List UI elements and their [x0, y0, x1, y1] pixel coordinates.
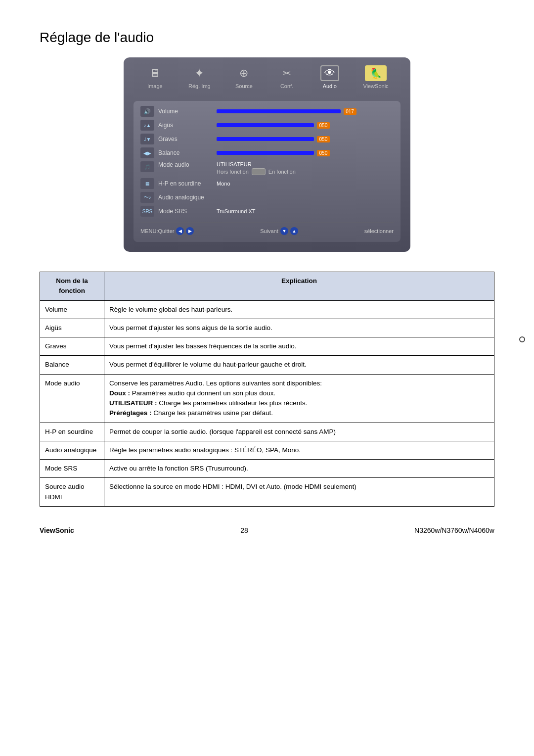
- toggle-row: Hors fonction En fonction: [217, 168, 296, 175]
- viewsonic-bird-icon: 🦜: [365, 65, 387, 81]
- audio-analogique-label: Audio analogique: [158, 194, 213, 201]
- balance-value: 050: [317, 150, 330, 156]
- down-arrow-icon: ▼: [280, 227, 288, 235]
- osd-tab-image-label: Image: [147, 83, 163, 89]
- image-icon: 🖥: [145, 65, 164, 81]
- osd-tab-viewsonic-label: ViewSonic: [363, 83, 388, 89]
- hp-sourdine-icon: ▦: [140, 178, 154, 189]
- table-row-mode-audio: Mode audio Conserve les paramètres Audio…: [40, 374, 494, 423]
- utilisateur-text: UTILISATEUR: [217, 161, 252, 167]
- osd-tab-conf[interactable]: ✂ Conf.: [277, 65, 296, 89]
- table-row: H-P en sourdine Permet de couper la sort…: [40, 423, 494, 441]
- osd-tab-reg-img[interactable]: ✦ Rég. Img: [188, 65, 211, 89]
- toggle-box[interactable]: [252, 168, 266, 175]
- balance-label: Balance: [158, 149, 213, 156]
- table-cell-name: Graves: [40, 337, 104, 356]
- footer-brand: ViewSonic: [40, 526, 74, 534]
- balance-bar: [217, 151, 314, 155]
- up-arrow-icon: ▲: [290, 227, 298, 235]
- table-cell-name: Source audio HDMI: [40, 478, 104, 507]
- osd-content: 🔊 Volume 017 ♪▲ Aigüs 050 ♩▼ Graves 050: [134, 101, 400, 242]
- osd-aigus-row: ♪▲ Aigüs 050: [140, 120, 394, 131]
- doux-bold: Doux :: [109, 389, 130, 397]
- osd-balance-row: ◀▶ Balance 050: [140, 147, 394, 158]
- aigus-value: 050: [317, 122, 330, 129]
- menu-quit-item: MENU:Quitter ◀ ▶: [140, 227, 194, 235]
- mode-srs-icon: SRS: [140, 206, 154, 217]
- mode-audio-icon: 🎵: [140, 161, 154, 172]
- sidebar-dot: [519, 336, 525, 342]
- table-row: Aigüs Vous permet d'ajuster les sons aig…: [40, 319, 494, 337]
- osd-bottom-bar: MENU:Quitter ◀ ▶ Suivant ▼ ▲ sélectionne…: [140, 223, 394, 235]
- balance-icon: ◀▶: [140, 147, 154, 158]
- table-cell-desc: Vous permet d'ajuster les basses fréquen…: [104, 337, 494, 356]
- osd-tab-source-label: Source: [235, 83, 253, 89]
- table-cell-name: Aigüs: [40, 319, 104, 337]
- graves-bar-container: 050: [217, 136, 394, 142]
- osd-tabs: 🖥 Image ✦ Rég. Img ⊕ Source ✂ Conf. 👁 Au…: [134, 65, 400, 94]
- aigus-label: Aigüs: [158, 122, 213, 129]
- table-cell-desc: Permet de couper la sortie audio. (lorsq…: [104, 423, 494, 441]
- graves-bar: [217, 137, 314, 141]
- osd-tab-reg-img-label: Rég. Img: [188, 83, 211, 89]
- osd-hp-sourdine-row: ▦ H-P en sourdine Mono: [140, 178, 394, 189]
- table-header-name: Nom de lafonction: [40, 272, 104, 301]
- osd-volume-row: 🔊 Volume 017: [140, 106, 394, 117]
- trusurround-text: TruSurround XT: [217, 208, 255, 214]
- table-cell-name: Mode SRS: [40, 460, 104, 478]
- osd-tab-audio[interactable]: 👁 Audio: [320, 65, 339, 89]
- table-row: Mode SRS Active ou arrête la fonction SR…: [40, 460, 494, 478]
- audio-analogique-icon: 〜♪: [140, 192, 154, 203]
- utilisateur-bold: UTILISATEUR :: [109, 399, 157, 407]
- volume-value: 017: [344, 108, 356, 115]
- mode-srs-label: Mode SRS: [158, 208, 213, 215]
- graves-value: 050: [317, 136, 330, 142]
- volume-label: Volume: [158, 108, 213, 115]
- footer-page: 28: [240, 526, 248, 534]
- table-header-explication: Explication: [104, 272, 494, 301]
- suivant-item: Suivant ▼ ▲: [260, 227, 298, 235]
- aigus-bar-container: 050: [217, 122, 394, 129]
- prereglages-bold: Préréglages :: [109, 409, 152, 417]
- selectionner-label: sélectionner: [364, 228, 394, 234]
- osd-tab-viewsonic[interactable]: 🦜 ViewSonic: [363, 65, 388, 89]
- left-arrow-icon: ◀: [176, 227, 184, 235]
- table-cell-desc: Règle le volume global des haut-parleurs…: [104, 300, 494, 319]
- info-table: Nom de lafonction Explication Volume Règ…: [40, 272, 494, 507]
- en-fonction-label: En fonction: [268, 169, 296, 175]
- table-cell-desc: Règle les paramètres audio analogiques :…: [104, 441, 494, 459]
- page-title: Réglage de l'audio: [40, 30, 494, 46]
- hors-fonction-label: Hors fonction: [217, 169, 249, 175]
- osd-tab-source[interactable]: ⊕ Source: [234, 65, 253, 89]
- volume-icon: 🔊: [140, 106, 154, 117]
- osd-panel: 🖥 Image ✦ Rég. Img ⊕ Source ✂ Conf. 👁 Au…: [124, 57, 410, 252]
- osd-mode-audio-row: 🎵 Mode audio UTILISATEUR Hors fonction E…: [140, 161, 394, 175]
- table-cell-desc: Active ou arrête la fonction SRS (Trusur…: [104, 460, 494, 478]
- osd-tab-audio-label: Audio: [323, 83, 337, 89]
- table-cell-name: H-P en sourdine: [40, 423, 104, 441]
- aigus-icon: ♪▲: [140, 120, 154, 131]
- footer: ViewSonic 28 N3260w/N3760w/N4060w: [40, 526, 494, 534]
- osd-graves-row: ♩▼ Graves 050: [140, 134, 394, 144]
- osd-tab-conf-label: Conf.: [280, 83, 293, 89]
- balance-bar-container: 050: [217, 150, 394, 156]
- mode-audio-label: Mode audio: [158, 161, 213, 168]
- suivant-label: Suivant: [260, 228, 278, 234]
- osd-tab-image[interactable]: 🖥 Image: [145, 65, 164, 89]
- table-row: Graves Vous permet d'ajuster les basses …: [40, 337, 494, 356]
- reg-img-icon: ✦: [190, 65, 209, 81]
- right-arrow-icon: ▶: [186, 227, 194, 235]
- table-cell-desc: Vous permet d'équilibrer le volume du ha…: [104, 356, 494, 374]
- mono-text: Mono: [217, 181, 230, 187]
- table-cell-name: Audio analogique: [40, 441, 104, 459]
- table-row: Audio analogique Règle les paramètres au…: [40, 441, 494, 459]
- volume-bar-container: 017: [217, 108, 394, 115]
- table-row: Balance Vous permet d'équilibrer le volu…: [40, 356, 494, 374]
- table-cell-name: Mode audio: [40, 374, 104, 423]
- conf-icon: ✂: [277, 65, 296, 81]
- aigus-bar: [217, 123, 314, 127]
- table-cell-desc-mode-audio: Conserve les paramètres Audio. Les optio…: [104, 374, 494, 423]
- menu-quit-label: MENU:Quitter: [140, 228, 174, 234]
- source-icon: ⊕: [234, 65, 253, 81]
- selectionner-item: sélectionner: [364, 228, 394, 234]
